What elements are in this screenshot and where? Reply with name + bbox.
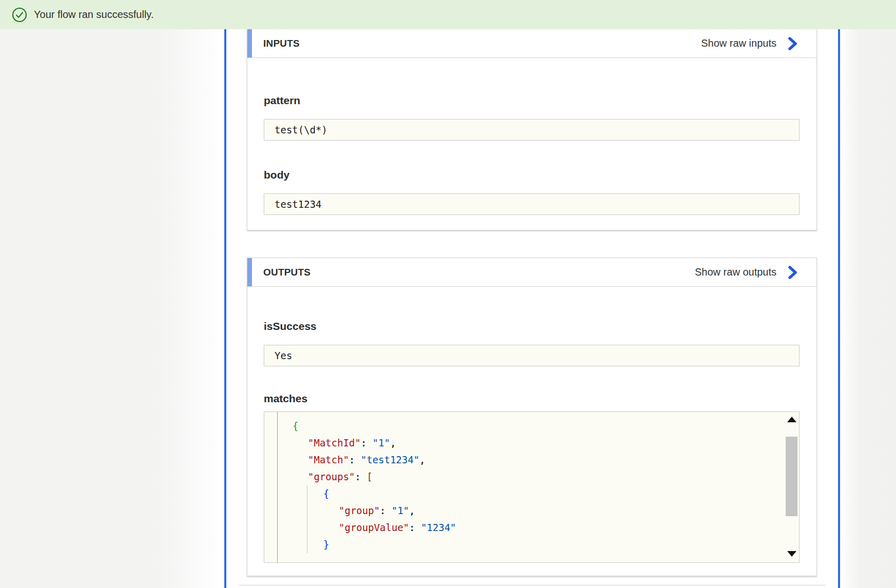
show-raw-outputs-link[interactable]: Show raw outputs	[695, 265, 798, 280]
indent-guide	[307, 485, 307, 553]
banner-message: Your flow ran successfully.	[34, 9, 153, 21]
right-gutter	[840, 29, 896, 588]
scroll-up-button[interactable]	[787, 417, 796, 422]
code-line: }	[264, 536, 799, 553]
inputs-header: INPUTS Show raw inputs	[247, 29, 816, 58]
show-raw-inputs-link[interactable]: Show raw inputs	[701, 36, 798, 51]
matches-code-block[interactable]: {"MatchId": "1","Match": "test1234","gro…	[264, 411, 800, 563]
panel-right-border	[838, 29, 840, 588]
header-accent-bar	[247, 29, 252, 57]
next-card-top-edge	[239, 585, 826, 588]
code-line: "group": "1",	[264, 502, 799, 519]
outputs-header: OUTPUTS Show raw outputs	[247, 258, 816, 287]
code-line: {	[264, 485, 799, 502]
field-label: isSuccess	[264, 320, 800, 332]
field: pattern test(\d*)	[264, 94, 800, 141]
field: body test1234	[264, 168, 800, 215]
show-raw-inputs-label: Show raw inputs	[701, 37, 776, 49]
flow-run-screen: Your flow ran successfully. INPUTS Show …	[0, 0, 896, 588]
outputs-section: OUTPUTS Show raw outputs isSuccess Yes m…	[247, 258, 817, 576]
scroll-thumb[interactable]	[786, 437, 797, 516]
code-scrollbar[interactable]	[785, 412, 799, 562]
inputs-section: INPUTS Show raw inputs pattern test(\d*)…	[247, 29, 817, 230]
scroll-down-button[interactable]	[787, 551, 796, 557]
check-circle-icon	[11, 7, 28, 23]
chevron-right-icon	[788, 265, 798, 280]
outputs-title: OUTPUTS	[263, 267, 310, 278]
field-label: matches	[264, 392, 800, 405]
field-label: body	[264, 168, 800, 181]
code-line: "groups": [	[264, 468, 799, 485]
field-value-box: test(\d*)	[264, 119, 800, 141]
matches-field: matches {"MatchId": "1","Match": "test12…	[264, 392, 800, 563]
field: isSuccess Yes	[264, 320, 800, 366]
outputs-simple-fields: isSuccess Yes	[264, 320, 800, 366]
field-value-box: Yes	[264, 345, 800, 366]
left-gutter	[0, 29, 224, 588]
inputs-title: INPUTS	[263, 38, 300, 49]
success-banner: Your flow ran successfully.	[0, 0, 896, 29]
action-details-panel: INPUTS Show raw inputs pattern test(\d*)…	[226, 29, 838, 588]
show-raw-outputs-label: Show raw outputs	[695, 266, 776, 278]
outputs-fields: isSuccess Yes matches {"MatchId": "1","M…	[247, 320, 816, 563]
chevron-right-icon	[788, 36, 798, 51]
code-line: "Match": "test1234",	[264, 452, 799, 468]
field-value-box: test1234	[264, 193, 800, 215]
inputs-fields: pattern test(\d*) body test1234	[247, 94, 816, 215]
code-line: "groupValue": "1234"	[264, 519, 799, 536]
code-line: "MatchId": "1",	[264, 435, 799, 452]
field-label: pattern	[264, 94, 800, 107]
code-lines: {"MatchId": "1","Match": "test1234","gro…	[264, 418, 799, 553]
header-accent-bar	[247, 258, 252, 286]
code-line: {	[264, 418, 799, 435]
indent-guide	[277, 412, 278, 562]
